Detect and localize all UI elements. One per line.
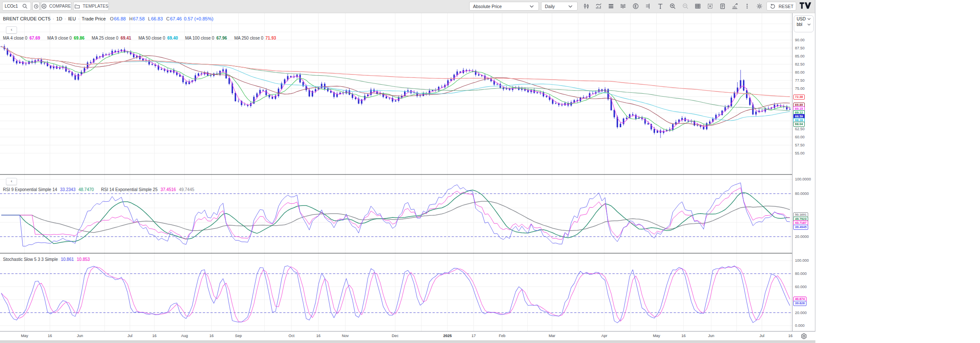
pane-settings-gear-icon[interactable] [801, 333, 807, 340]
time-tick: 16 [681, 334, 686, 338]
legend-item: 10.861 [61, 257, 74, 262]
zoom-in-icon[interactable] [669, 3, 676, 10]
more-icon[interactable] [744, 3, 751, 10]
chart-canvas[interactable] [0, 13, 792, 331]
collapse-main-pane-button[interactable]: ‹ [6, 26, 17, 34]
ohlc-value: C67.46 [166, 16, 182, 21]
zoom-out-icon[interactable] [682, 3, 689, 10]
legend-item: 33.2343 [60, 187, 75, 192]
time-tick: 16 [788, 334, 792, 338]
time-tick: 16 [209, 334, 214, 338]
news-icon[interactable] [719, 3, 726, 10]
change-value: 0.57 (+0.85%) [184, 16, 213, 21]
time-tick: Apr [601, 334, 607, 338]
price-label-chip: 72.38 [793, 94, 805, 100]
top-toolbar: LCOc1 COMPARE TEMPLATES [0, 0, 815, 13]
legend-item: Stochastic Slow 5 3 3 Simple [3, 257, 58, 262]
legend-item: RSI 14 Exponential Simple 25 [101, 187, 158, 192]
price-mode-value: Absolute Price [473, 4, 502, 9]
time-tick: Aug [181, 334, 188, 338]
ma-legend-item: MA 9 close 069.86 [47, 36, 84, 40]
ohlc-values: O66.88H67.58L66.83C67.46 [110, 16, 182, 21]
time-tick: Nov [342, 334, 349, 338]
expand-icon[interactable] [707, 3, 714, 10]
legend-item: 37.4516 [160, 187, 176, 192]
templates-button[interactable]: TEMPLATES [73, 2, 109, 11]
price-tick: 20.000 [795, 311, 807, 315]
symbol-search-input[interactable]: LCOc1 [2, 2, 31, 11]
ma-legend-item: MA 4 close 067.69 [3, 36, 40, 40]
rsi-legend: RSI 9 Exponential Simple 1433.234348.747… [3, 187, 194, 192]
time-axis[interactable]: May16JunJul16Aug16SepOct16NovDec202517Fe… [0, 331, 815, 340]
price-tick: 75.00 [795, 86, 805, 91]
time-tick: Jun [708, 334, 715, 338]
ma-legend-item: MA 100 close 067.96 [185, 36, 227, 40]
candlestick-icon[interactable] [583, 3, 590, 10]
time-tick: Jul [128, 334, 133, 338]
table-icon[interactable] [694, 3, 701, 10]
price-tick: 60.000 [795, 285, 807, 289]
ohlc-value: L66.83 [148, 16, 163, 21]
timeframe: 1D [56, 16, 62, 21]
unit-selector-box: USD bbl [794, 15, 814, 32]
time-tick: May [653, 334, 660, 338]
folder-icon [74, 3, 80, 10]
bottom-scroll-strip[interactable] [0, 340, 815, 343]
time-tick: Dec [392, 334, 399, 338]
compare-button[interactable]: COMPARE [41, 2, 71, 11]
settings-icon[interactable] [756, 3, 763, 10]
price-tick: 62.50 [795, 127, 805, 131]
price-mode-select[interactable]: Absolute Price [469, 2, 539, 11]
symbol-name: BRENT CRUDE OCT5 [3, 16, 51, 21]
events-icon[interactable] [632, 3, 639, 10]
time-tick: 16 [316, 334, 320, 338]
price-tick: 100.000 [795, 258, 809, 263]
time-tick: May [21, 334, 28, 338]
price-tick: 87.50 [795, 46, 805, 50]
reset-button[interactable]: RESET [766, 2, 796, 11]
price-tick: 0.000 [795, 323, 805, 328]
chart-stats-icon[interactable] [731, 3, 738, 10]
time-tick: 16 [48, 334, 52, 338]
rows-icon[interactable] [607, 3, 615, 10]
stochastic-legend: Stochastic Slow 5 3 3 Simple10.86110.853 [3, 257, 90, 262]
price-tick: 80.00 [795, 70, 805, 74]
interval-select[interactable]: Daily [541, 2, 578, 11]
legend-item: 10.853 [77, 257, 90, 262]
symbol-header: BRENT CRUDE OCT5 · 1D · IEU · Trade Pric… [3, 16, 214, 21]
templates-label: TEMPLATES [83, 4, 108, 9]
time-tick: Feb [499, 334, 506, 338]
toolbar-icon-row [583, 2, 763, 11]
ma-legend-item: MA 25 close 069.41 [92, 36, 131, 40]
price-label-chip: 39.626 [793, 301, 806, 306]
price-label-chip: 39.4945 [793, 225, 808, 230]
collapse-rsi-pane-button[interactable]: ‹ [6, 178, 17, 185]
price-tick: 100.0000 [795, 177, 811, 181]
chevron-down-icon [807, 23, 811, 26]
reset-icon [769, 3, 776, 10]
app-root: LCOc1 COMPARE TEMPLATES [0, 0, 980, 343]
price-tick: 60.00 [795, 135, 805, 139]
interval-value: Daily [545, 4, 555, 9]
time-tick: 17 [471, 334, 476, 338]
chevron-down-icon [807, 18, 811, 20]
symbol-text: LCOc1 [5, 4, 18, 9]
price-axis[interactable]: USD bbl 90.0087.5085.0082.5080.0077.5075… [792, 13, 815, 331]
price-tick: 57.50 [795, 143, 805, 147]
text-tool-icon[interactable] [657, 3, 664, 10]
currency-select[interactable]: USD [794, 16, 813, 21]
levels-icon[interactable] [644, 3, 652, 10]
price-tick: 85.00 [795, 54, 805, 58]
chevron-down-icon [567, 3, 574, 10]
clock-icon[interactable] [32, 2, 40, 11]
waves-icon[interactable] [620, 3, 627, 10]
unit-select[interactable]: bbl [794, 21, 813, 27]
ohlc-value: H67.58 [129, 16, 145, 21]
legend-item: RSI 9 Exponential Simple 14 [3, 187, 57, 192]
tradingview-logo[interactable] [800, 2, 812, 10]
plus-circle-icon [41, 3, 47, 10]
time-tick: Jun [77, 334, 83, 338]
time-tick: Jul [759, 334, 764, 338]
search-icon [21, 3, 28, 10]
histogram-line-icon[interactable] [595, 3, 602, 10]
